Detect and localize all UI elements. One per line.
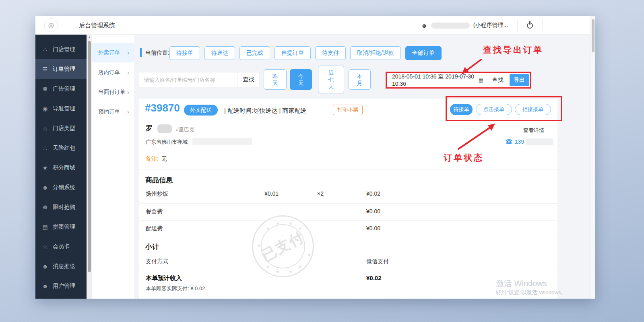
search-input[interactable] — [139, 72, 237, 87]
window-scrollbar-thumb[interactable] — [592, 19, 594, 52]
app-logo: ⊗ — [44, 19, 58, 32]
quick-date-today[interactable]: 今天 — [290, 69, 312, 90]
windows-activation-watermark-sub: 转到“设置”以激活 Windows。 — [496, 289, 567, 296]
sidebar-scrollbar-thumb[interactable] — [88, 41, 91, 272]
annotation-arrow-export — [460, 58, 484, 76]
breadcrumb-accent-bar — [140, 48, 142, 57]
search-button[interactable]: 查找 — [237, 72, 259, 87]
divider — [139, 203, 557, 204]
submenu-item-reservation-orders[interactable]: 预约订单› — [92, 102, 134, 122]
stamp-star-icon: ★ — [276, 221, 280, 226]
fee-name: 配送费 — [146, 225, 163, 232]
item-name: 扬州炒饭 — [146, 190, 168, 198]
quick-date-this-month[interactable]: 本月 — [349, 69, 371, 90]
item-qty: ×2 — [317, 190, 324, 197]
date-search-button[interactable]: 查找 — [487, 73, 508, 87]
submenu-item-takeout-orders[interactable]: 外卖订单› — [92, 43, 134, 62]
export-button[interactable]: 导出 — [510, 74, 529, 86]
lifering-icon: ☸ — [41, 86, 49, 92]
sidebar-scrollbar: ▲ — [87, 35, 92, 299]
redacted-phone — [526, 138, 553, 145]
user-role-label: (小程序管理... — [473, 22, 508, 29]
chevron-right-icon: › — [127, 108, 129, 115]
divider — [139, 220, 557, 221]
filter-all-orders[interactable]: 全部订单 — [405, 46, 442, 60]
income-value: ¥0.02 — [366, 275, 382, 281]
star-outline-icon: ☆ — [41, 244, 49, 250]
sidebar-item-group-buy[interactable]: ▤拼团管理 — [35, 217, 87, 237]
sidebar-item-order-management[interactable]: ☰订单管理 — [35, 59, 87, 79]
sidebar-item-member-card[interactable]: ☆会员卡 — [35, 237, 87, 256]
sidebar-item-user-management[interactable]: ☻用户管理 — [35, 276, 87, 296]
filter-pending-payment[interactable]: 待支付 — [315, 46, 346, 60]
sidebar-item-ad-management[interactable]: ☸广告管理 — [35, 79, 87, 99]
logo-icon: ⊗ — [48, 21, 55, 30]
user-icon: ☻ — [41, 283, 49, 289]
breadcrumb: 当前位置: — [145, 50, 169, 57]
filter-pending-delivery[interactable]: 待送达 — [204, 46, 235, 60]
customer-name: 罗 — [146, 124, 153, 133]
content-area: 当前位置: 待接单 待送达 已完成 自提订单 待支付 取消/拒绝/退款 全部订单… — [134, 35, 590, 299]
chevron-right-icon: › — [127, 69, 129, 76]
order-id: #39870 — [145, 102, 180, 114]
calendar-icon: ▦ — [479, 77, 483, 83]
order-meta: | 配送时间:尽快送达 | 商家配送 — [224, 107, 306, 115]
quick-date-last7days[interactable]: 近七天 — [318, 66, 344, 93]
sidebar-item-flash-sale[interactable]: ☸限时抢购 — [35, 197, 87, 217]
item-price: ¥0.01 — [264, 190, 279, 197]
sidebar-item-message-push[interactable]: ☻消息推送 — [35, 256, 87, 276]
filter-self-pickup[interactable]: 自提订单 — [275, 46, 311, 60]
header-divider — [517, 20, 518, 31]
card-icon: ▤ — [41, 224, 49, 230]
sidebar-item-distribution[interactable]: ☻分销系统 — [35, 178, 87, 197]
order-type-badge: 外卖配送 — [184, 105, 218, 116]
lifering-icon: ☸ — [41, 204, 49, 211]
bank-icon: ⌂ — [41, 125, 49, 132]
user-menu[interactable]: ☻ (小程序管理... — [421, 16, 548, 35]
fee-value: ¥0.00 — [366, 225, 380, 231]
annotation-status-note: 订单状态 — [444, 152, 484, 163]
filter-completed[interactable]: 已完成 — [239, 46, 270, 60]
payment-method-label: 支付方式 — [146, 258, 168, 265]
submenu-item-instore-orders[interactable]: 店内订单› — [92, 62, 134, 82]
fee-value: ¥0.00 — [366, 208, 380, 215]
power-icon[interactable] — [527, 23, 533, 29]
payment-method-value: 微信支付 — [366, 258, 389, 265]
actual-paid: 本单顾客实际支付: ¥ 0.02 — [146, 285, 205, 292]
store-tag: #星巴克 — [176, 126, 194, 133]
window-scrollbar — [590, 16, 595, 299]
scroll-up-icon[interactable]: ▲ — [87, 35, 92, 39]
date-range-highlight-box: 2018-05-01 10:36 至 2019-07-30 10:36 ▦ 查找… — [386, 72, 531, 89]
stamp-star-icon: ★ — [289, 221, 293, 226]
filter-cancel-refund[interactable]: 取消/拒绝/退款 — [350, 46, 401, 60]
divider — [139, 169, 557, 169]
customer-phone: ☎ 139 — [505, 138, 553, 145]
customer-address: 广东省佛山市禅城 — [146, 138, 188, 146]
stamp-star-icon: ★ — [257, 243, 261, 248]
view-detail-link[interactable]: 查看详情 — [523, 127, 544, 134]
divider — [139, 237, 557, 237]
order-status-badge: 待接单 — [450, 104, 473, 115]
main-sidebar: ∴门店管理 ☰订单管理 ☸广告管理 ◉导航管理 ⌂门店类型 ∴天降红包 ★积分商… — [35, 35, 87, 299]
order-card: 已支付 ★ ★ ★ ★ ★ ★ ★ ★ ★ ★ #39870 外卖配送 | 配送… — [139, 99, 557, 299]
sidebar-item-nav-management[interactable]: ◉导航管理 — [35, 99, 87, 118]
compass-icon: ◉ — [41, 105, 49, 112]
sidebar-item-store-management[interactable]: ∴门店管理 — [35, 39, 87, 59]
sidebar-item-red-packet[interactable]: ∴天降红包 — [35, 138, 87, 158]
submenu-item-facepay-orders[interactable]: 当面付订单› — [92, 82, 134, 102]
filter-pending-accept[interactable]: 待接单 — [169, 46, 200, 60]
sidebar-item-store-type[interactable]: ⌂门店类型 — [35, 118, 87, 138]
annotation-export-note: 查找导出订单 — [483, 44, 543, 56]
redacted-address — [192, 138, 252, 145]
phone-icon: ☎ — [505, 138, 513, 145]
print-receipt-button[interactable]: 打印小票 — [333, 105, 363, 115]
quick-date-yesterday[interactable]: 昨天 — [264, 69, 287, 90]
stamp-star-icon: ★ — [298, 226, 302, 231]
fee-name: 餐盒费 — [146, 208, 163, 215]
chevron-right-icon: › — [127, 89, 129, 95]
windows-activation-watermark: 激活 Windows — [496, 278, 547, 289]
reject-order-button[interactable]: 拒接接单 — [515, 104, 551, 115]
accept-order-button[interactable]: 点击接单 — [476, 104, 512, 115]
stamp-star-icon: ★ — [298, 264, 302, 269]
sidebar-item-points-mall[interactable]: ★积分商城 — [35, 158, 87, 178]
